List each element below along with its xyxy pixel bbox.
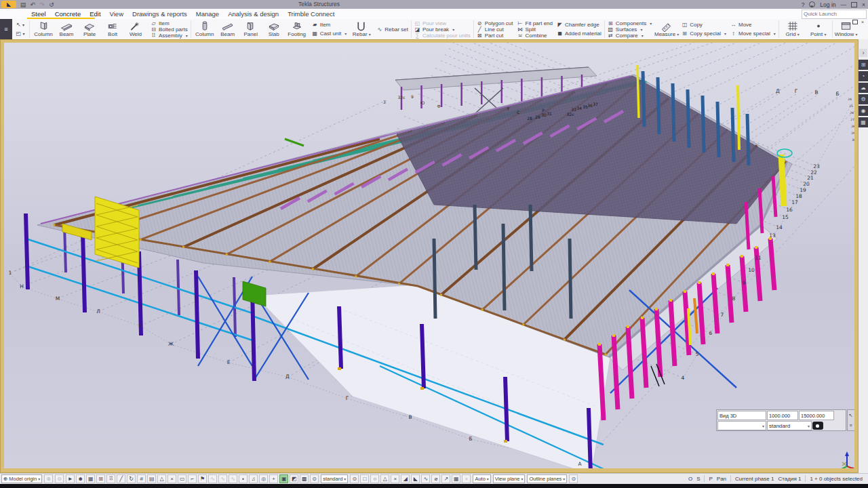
select-grid-lines-icon[interactable]: # bbox=[137, 474, 146, 483]
select-annotations-icon[interactable]: ♫ bbox=[249, 474, 258, 483]
snap-grid-icon[interactable]: ▦ bbox=[452, 474, 460, 483]
concrete-cast-unit-button[interactable]: ▦Cast unit▾ bbox=[312, 30, 347, 37]
snap-auto-combo[interactable]: Auto▾ bbox=[473, 474, 490, 483]
concrete-column-button[interactable]: Column bbox=[193, 19, 216, 39]
concrete-panel-button[interactable]: Panel bbox=[239, 19, 262, 39]
tools-compare-button[interactable]: ⇄Compare▾ bbox=[608, 33, 652, 39]
minimize-button[interactable]: — bbox=[841, 1, 847, 8]
tab-edit[interactable]: Edit bbox=[90, 10, 100, 18]
concrete-item-button[interactable]: ▰Item bbox=[312, 22, 347, 28]
steel-bolt-button[interactable]: Bolt bbox=[101, 19, 124, 39]
shade-toggle-icon[interactable]: ◩ bbox=[290, 474, 298, 483]
pour-calculate-pour-units-button[interactable]: ∑Calculate pour units bbox=[414, 33, 471, 39]
view-depth-down-field[interactable] bbox=[799, 411, 834, 420]
steel-assembly-button[interactable]: ⠿Assembly▾ bbox=[151, 33, 188, 39]
edit-line-cut-button[interactable]: ╱Line cut bbox=[477, 26, 513, 33]
select-parts-icon[interactable]: ╱ bbox=[117, 474, 125, 483]
steel-plate-button[interactable]: Plate bbox=[78, 19, 101, 39]
origin-remove-button[interactable]: ⊖ bbox=[55, 474, 64, 483]
view-settings-combo[interactable]: standard▾ bbox=[767, 421, 812, 430]
edit-fit-part-end-button[interactable]: ⊢Fit part end bbox=[517, 20, 553, 26]
select-assemblies-icon[interactable]: ↻ bbox=[127, 474, 136, 483]
tab-trimble-connect[interactable]: Trimble Connect bbox=[288, 10, 334, 18]
concrete-slab-button[interactable]: Slab bbox=[262, 19, 285, 39]
select-grid-planes-icon[interactable]: ▤ bbox=[147, 474, 156, 483]
concrete-beam-button[interactable]: Beam bbox=[216, 19, 239, 39]
layout-pane-icon[interactable]: ▦ bbox=[859, 117, 868, 127]
side-pane-collapse-icon[interactable]: › bbox=[859, 49, 867, 57]
dialog-pin-icon[interactable]: ↖ bbox=[849, 413, 853, 418]
select-solids-icon[interactable]: ▪ bbox=[239, 474, 248, 483]
tab-steel[interactable]: Steel bbox=[31, 10, 46, 18]
settings-pane-icon[interactable]: ⚙ bbox=[859, 94, 868, 104]
rebar-rebar-button[interactable]: Rebar ▾ bbox=[350, 19, 373, 39]
model-viewport[interactable]: 1НМЛКЖЕДГВБА4567891011131415161718192021… bbox=[4, 43, 854, 468]
concrete-footing-button[interactable]: Footing bbox=[285, 19, 309, 39]
snap-intersection-icon[interactable]: × bbox=[391, 474, 399, 483]
snap-free-icon[interactable]: ∿ bbox=[421, 474, 430, 483]
edit-split-button[interactable]: ⋈Split bbox=[517, 26, 553, 33]
steel-bolted-parts-button[interactable]: ⊟Bolted parts bbox=[151, 26, 188, 33]
measure-measure-button[interactable]: Measure ▾ bbox=[655, 19, 678, 39]
move-move-button[interactable]: ↔Move bbox=[730, 22, 776, 28]
help-icon[interactable]: ? bbox=[802, 1, 805, 8]
select-flags-icon[interactable]: ⚑ bbox=[198, 474, 207, 483]
view-plane-combo[interactable]: View plane▾ bbox=[493, 474, 526, 483]
ribbon-minimize-icon[interactable]: — bbox=[844, 20, 849, 24]
maximize-button[interactable] bbox=[851, 2, 857, 7]
selection-pointer-icon[interactable]: ► bbox=[66, 474, 75, 483]
tab-view[interactable]: View bbox=[110, 10, 123, 18]
selection-filter-combo[interactable]: standard▾ bbox=[321, 474, 348, 483]
ribbon-close-icon[interactable]: × bbox=[861, 20, 864, 24]
copy-copy-special-button[interactable]: ⊞Copy special▾ bbox=[682, 30, 726, 37]
copy-copy-button[interactable]: ◫Copy bbox=[682, 22, 726, 28]
select-components-icon[interactable]: ⠿ bbox=[106, 474, 115, 483]
snap-reference-icon[interactable]: ⊙ bbox=[350, 474, 359, 483]
steel-beam-button[interactable]: Beam bbox=[55, 19, 78, 39]
ribbon-restore-icon[interactable] bbox=[852, 20, 858, 24]
view-name-field[interactable] bbox=[717, 411, 766, 420]
select-cuts-icon[interactable]: × bbox=[167, 474, 176, 483]
snap-off-icon[interactable]: × bbox=[462, 474, 471, 483]
edit-part-cut-button[interactable]: ⊠Part cut bbox=[477, 33, 513, 39]
visibility-eye-button[interactable] bbox=[812, 422, 823, 430]
components-pane-icon[interactable]: ⊞ bbox=[859, 60, 868, 70]
save-icon[interactable]: ▤ bbox=[18, 1, 28, 8]
quick-launch-box[interactable] bbox=[802, 9, 867, 19]
quick-launch-input[interactable] bbox=[802, 11, 868, 17]
catalog-pane-icon[interactable]: ◉ bbox=[859, 106, 868, 116]
direct-modification-icon[interactable]: ☻ bbox=[76, 474, 85, 483]
select-angle-icon[interactable]: ⌐ bbox=[188, 474, 197, 483]
zoom-selected-icon[interactable]: ⊙ bbox=[310, 474, 319, 483]
grid-grid-button[interactable]: Grid ▾ bbox=[781, 19, 804, 39]
move-move-special-button[interactable]: ↕Move special▾ bbox=[730, 30, 776, 37]
select-all-icon[interactable]: ▦ bbox=[86, 474, 95, 483]
select-add-icon[interactable]: + bbox=[269, 474, 278, 483]
point-point-button[interactable]: Point ▾ bbox=[807, 19, 830, 39]
undo-icon[interactable]: ↶ bbox=[28, 1, 37, 8]
rebar-rebar-set-button[interactable]: ∿Rebar set bbox=[376, 26, 408, 33]
edit-polygon-cut-button[interactable]: ⊘Polygon cut bbox=[477, 20, 513, 26]
tab-analysis-design[interactable]: Analysis & design bbox=[228, 10, 279, 18]
select-grid-icon[interactable]: ⊞ bbox=[96, 474, 105, 483]
outline-planes-combo[interactable]: Outline planes▾ bbox=[527, 474, 567, 483]
snap-direction-icon[interactable]: ↗ bbox=[441, 474, 450, 483]
login-button[interactable]: Log in bbox=[820, 1, 835, 8]
select-weld-c-icon[interactable]: ∿ bbox=[229, 474, 237, 483]
pointer-tool-button[interactable]: ↖ ▾ bbox=[16, 22, 24, 28]
model-3d-view[interactable]: 1НМЛКЖЕДГВБА4567891011131415161718192021… bbox=[4, 43, 854, 468]
tab-drawings-reports[interactable]: Drawings & reports bbox=[132, 10, 187, 18]
select-highlight-icon[interactable]: ▣ bbox=[279, 474, 288, 483]
steel-weld-button[interactable]: Weld bbox=[124, 19, 147, 39]
select-views-icon[interactable]: △ bbox=[157, 474, 166, 483]
redo-icon[interactable]: ↷ bbox=[37, 1, 47, 8]
pour-pour-view-button[interactable]: ◱Pour view bbox=[414, 20, 471, 26]
snap-depth-icon[interactable]: ⊙ bbox=[569, 474, 578, 483]
snap-center-icon[interactable]: ○ bbox=[370, 474, 379, 483]
tools-surfaces-button[interactable]: ▧Surfaces▾ bbox=[608, 26, 652, 33]
snap-midpoint-icon[interactable]: △ bbox=[380, 474, 389, 483]
view-depth-up-field[interactable] bbox=[767, 411, 798, 420]
history-icon[interactable]: ↺ bbox=[47, 1, 56, 8]
steel-item-button[interactable]: ▱Item bbox=[151, 20, 188, 26]
dialog-list-icon[interactable]: ≡ bbox=[849, 423, 852, 428]
